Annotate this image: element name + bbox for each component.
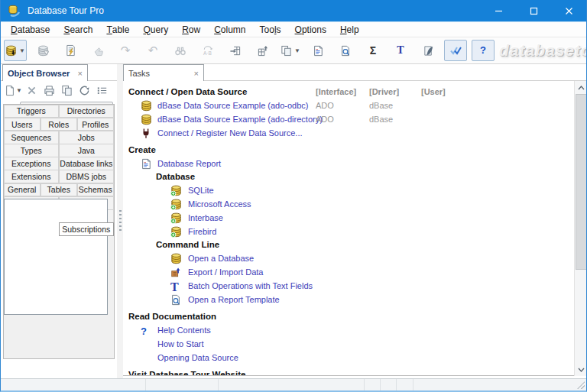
category-tab-types[interactable]: Types (4, 144, 60, 157)
task-link[interactable]: Database Report (157, 157, 221, 170)
scroll-up-icon[interactable] (575, 81, 587, 94)
menu-options[interactable]: Options (288, 22, 333, 37)
tab-tasks[interactable]: Tasks × (123, 64, 204, 81)
object-list[interactable] (4, 199, 108, 315)
undo-icon: ↶ (148, 45, 158, 56)
text-fields-button[interactable]: T (389, 40, 412, 61)
open-table-button[interactable] (31, 40, 54, 61)
task-link[interactable]: Open a Report Template (188, 293, 280, 306)
category-tab-sequences[interactable]: Sequences (4, 131, 60, 144)
task-link[interactable]: SQLite (188, 183, 214, 197)
category-tab-users[interactable]: Users (4, 118, 41, 131)
task-row: Microsoft Access (123, 197, 574, 211)
find-button[interactable] (169, 40, 192, 61)
svg-text:A·B: A·B (203, 50, 212, 56)
menu-row[interactable]: Row (175, 22, 207, 37)
close-button[interactable] (551, 0, 586, 21)
print-preview-icon (340, 45, 351, 57)
tab-close-icon[interactable]: × (72, 69, 83, 78)
refresh-objects-button[interactable] (77, 83, 92, 98)
menu-help[interactable]: Help (333, 22, 366, 37)
app-icon (8, 4, 21, 18)
section-header: Read Documentation (123, 310, 574, 323)
replace-button[interactable]: A·B (196, 40, 219, 61)
new-object-button[interactable]: ▼ (5, 83, 22, 98)
quill-log-button[interactable] (417, 40, 439, 61)
driver-value: dBase (369, 112, 393, 126)
dropdown-caret-icon[interactable]: ▼ (16, 87, 22, 94)
menu-column[interactable]: Column (207, 22, 252, 37)
window-controls (481, 0, 586, 21)
report-button[interactable] (306, 40, 329, 61)
vertical-scrollbar[interactable] (574, 81, 587, 376)
import-data-button[interactable] (224, 40, 247, 61)
maximize-button[interactable] (516, 0, 551, 21)
task-row: Database Report (123, 157, 574, 170)
panel-splitter[interactable] (117, 64, 123, 378)
category-tab-subscriptions[interactable]: Subscriptions (59, 222, 115, 236)
task-row: SQLite (123, 183, 574, 197)
task-row: Interbase (123, 211, 574, 225)
category-tab-roles[interactable]: Roles (41, 118, 78, 131)
category-tab-jobs[interactable]: Jobs (59, 131, 115, 144)
menu-query[interactable]: Query (136, 22, 175, 37)
title-bar: Database Tour Pro (1, 0, 586, 21)
object-details-button[interactable] (95, 83, 110, 98)
scroll-down-icon[interactable] (575, 363, 587, 376)
menu-database[interactable]: Database (4, 22, 57, 37)
task-link[interactable]: Firebird (188, 225, 216, 238)
category-tab-database-links[interactable]: Database links (59, 157, 115, 170)
dropdown-caret-icon[interactable]: ▼ (294, 47, 300, 54)
task-link[interactable]: Opening Data Source (157, 351, 238, 364)
category-tab-profiles[interactable]: Profiles (77, 118, 115, 131)
sql-editor-button[interactable] (59, 40, 82, 61)
print-objects-button[interactable] (42, 83, 57, 98)
category-tab-dbms-jobs[interactable]: DBMS jobs (59, 170, 115, 183)
tab-tasks-label: Tasks (128, 69, 150, 78)
task-link[interactable]: Export / Import Data (188, 265, 263, 279)
post-edits-button[interactable] (86, 40, 109, 61)
task-row: Open a Report Template (123, 293, 574, 306)
validate-button[interactable] (444, 40, 467, 61)
scrollbar-thumb[interactable] (576, 94, 587, 270)
help-button[interactable]: ? (472, 40, 495, 61)
copy-objects-button[interactable] (60, 83, 75, 98)
task-link[interactable]: Microsoft Access (188, 197, 251, 211)
aggregates-button[interactable]: Σ (362, 40, 384, 61)
menu-tools[interactable]: Tools (253, 22, 288, 37)
tab-object-browser[interactable]: Object Browser × (2, 64, 88, 81)
task-link[interactable]: Open a Database (188, 251, 254, 265)
task-link[interactable]: dBase Data Source Example (ado-directory… (157, 112, 323, 126)
tab-close-icon[interactable]: × (188, 69, 199, 78)
object-details-icon (96, 86, 108, 96)
category-tab-general[interactable]: General (4, 183, 41, 197)
dropdown-caret-icon[interactable]: ▼ (19, 47, 25, 54)
category-tab-directories[interactable]: Directories (59, 105, 115, 118)
undo-button[interactable]: ↶ (141, 40, 164, 61)
category-tab-schemas[interactable]: Schemas (77, 183, 115, 197)
category-tab-java[interactable]: Java (59, 144, 115, 157)
category-tab-triggers[interactable]: Triggers (4, 105, 60, 118)
category-tab-exceptions[interactable]: Exceptions (4, 157, 60, 170)
tab-object-browser-label: Object Browser (8, 69, 70, 78)
category-tab-tables[interactable]: Tables (41, 183, 78, 197)
category-tab-extensions[interactable]: Extensions (4, 170, 60, 183)
replace-icon: A·B (202, 45, 214, 57)
minimize-button[interactable] (481, 0, 516, 21)
menu-search[interactable]: Search (57, 22, 99, 37)
task-link[interactable]: How to Start (157, 337, 204, 351)
status-segment (397, 379, 413, 390)
open-data-source-button[interactable]: ▼ (4, 40, 27, 61)
task-link[interactable]: Batch Operations with Text Fields (188, 279, 313, 293)
delete-object-button[interactable] (24, 83, 40, 98)
task-link[interactable]: Interbase (188, 211, 223, 225)
redo-button[interactable]: ↷ (114, 40, 137, 61)
task-link[interactable]: dBase Data Source Example (ado-odbc) (157, 99, 309, 112)
print-preview-button[interactable] (334, 40, 357, 61)
menu-table[interactable]: Table (99, 22, 136, 37)
task-icon (170, 212, 182, 224)
copy-button[interactable]: ▼ (279, 40, 302, 61)
task-link[interactable]: Connect / Register New Data Source... (157, 126, 303, 140)
task-link[interactable]: Help Contents (157, 323, 211, 337)
export-data-button[interactable] (251, 40, 274, 61)
